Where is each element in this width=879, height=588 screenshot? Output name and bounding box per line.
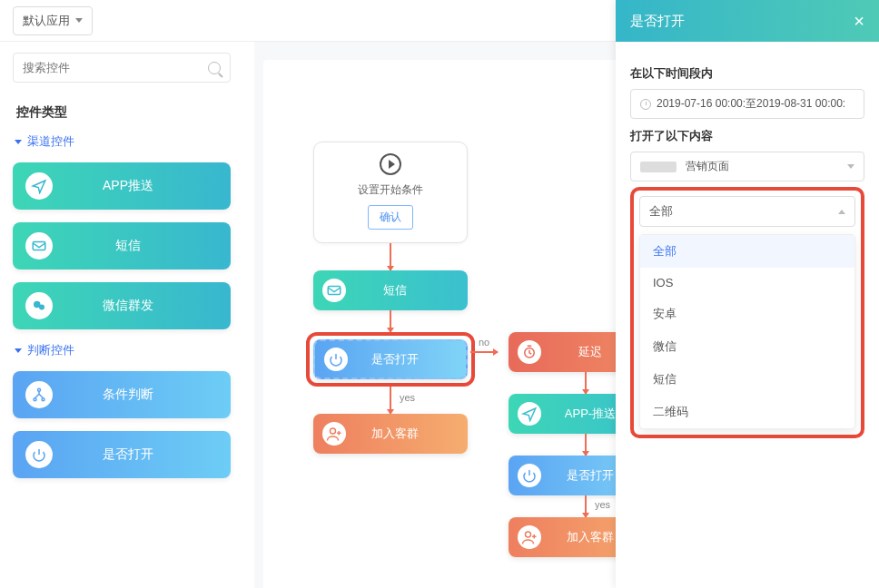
channel-dropdown-menu: 全部 IOS 安卓 微信 短信 二维码	[639, 234, 855, 429]
widget-sms[interactable]: 短信	[13, 222, 231, 270]
widget-label: 是否打开	[65, 446, 231, 463]
svg-point-2	[39, 305, 44, 310]
content-select[interactable]: 营销页面	[630, 152, 864, 181]
svg-rect-6	[328, 287, 341, 295]
dropdown-option[interactable]: IOS	[640, 268, 854, 298]
connector	[390, 243, 391, 270]
node-is-open[interactable]: 是否打开	[313, 339, 468, 379]
connector-yes: yes	[390, 387, 391, 414]
group-label: 渠道控件	[27, 133, 74, 150]
app-select-label: 默认应用	[23, 13, 70, 29]
dropdown-highlight: 全部 全部 IOS 安卓 微信 短信 二维码	[630, 187, 864, 438]
confirm-button[interactable]: 确认	[368, 205, 413, 230]
caret-up-icon	[838, 210, 845, 214]
panel-body: 在以下时间段内 2019-07-16 00:00:至2019-08-31 00:…	[616, 42, 879, 453]
chevron-down-icon	[15, 140, 22, 144]
power-icon	[518, 464, 541, 487]
user-add-icon	[518, 525, 541, 549]
edge-label-no: no	[476, 337, 492, 348]
dropdown-option[interactable]: 二维码	[640, 396, 854, 428]
redacted-icon	[640, 162, 677, 172]
clock-icon	[640, 99, 651, 110]
widget-label: 短信	[65, 238, 231, 254]
edge-label-yes: yes	[592, 499, 613, 510]
svg-point-7	[331, 428, 336, 434]
section-title: 控件类型	[16, 104, 231, 121]
panel-title: 是否打开	[630, 13, 685, 30]
widget-label: APP推送	[65, 178, 231, 194]
node-sms[interactable]: 短信	[313, 270, 468, 310]
group-condition[interactable]: 判断控件	[15, 342, 231, 358]
search-box[interactable]	[13, 53, 231, 83]
connector	[585, 372, 587, 394]
send-icon	[25, 172, 53, 200]
mail-icon	[25, 232, 53, 260]
search-icon	[208, 62, 221, 74]
connector-yes: yes	[585, 495, 587, 517]
dropdown-option[interactable]: 全部	[640, 235, 854, 268]
close-icon[interactable]: ×	[854, 12, 864, 30]
sidebar: 控件类型 渠道控件 APP推送 短信 微信群发 判断控件 条件判断	[13, 53, 231, 491]
play-icon	[380, 153, 401, 175]
connector	[585, 434, 587, 456]
svg-point-3	[38, 388, 41, 391]
content-label: 打开了以下内容	[630, 128, 864, 144]
dropdown-option[interactable]: 微信	[640, 330, 854, 363]
wechat-icon	[25, 292, 53, 319]
svg-point-4	[34, 398, 36, 401]
widget-wechat-mass[interactable]: 微信群发	[13, 282, 231, 329]
widget-condition[interactable]: 条件判断	[13, 371, 231, 418]
time-label: 在以下时间段内	[630, 65, 864, 82]
edge-label-yes: yes	[397, 392, 418, 403]
node-label: 短信	[355, 282, 468, 299]
channel-selected: 全部	[649, 203, 673, 220]
svg-point-9	[526, 532, 531, 537]
panel-header: 是否打开 ×	[616, 0, 879, 42]
node-label: 是否打开	[357, 351, 466, 368]
send-icon	[518, 402, 541, 426]
widget-app-push[interactable]: APP推送	[13, 162, 231, 210]
selected-highlight: 是否打开	[306, 332, 475, 387]
search-input[interactable]	[23, 61, 201, 74]
time-range-value: 2019-07-16 00:00:至2019-08-31 00:00:	[657, 96, 845, 112]
start-node[interactable]: 设置开始条件 确认	[313, 142, 468, 243]
connector-no: no	[470, 351, 498, 353]
chevron-down-icon	[15, 348, 22, 353]
caret-down-icon	[847, 164, 854, 169]
widget-label: 微信群发	[65, 298, 231, 314]
channel-select[interactable]: 全部	[639, 196, 855, 227]
svg-rect-0	[33, 242, 45, 250]
node-join-group[interactable]: 加入客群	[313, 414, 468, 454]
branch-icon	[25, 381, 53, 408]
user-add-icon	[322, 422, 346, 446]
dropdown-option[interactable]: 短信	[640, 363, 854, 396]
caret-down-icon	[75, 18, 83, 23]
dropdown-option[interactable]: 安卓	[640, 298, 854, 330]
connector	[390, 310, 391, 332]
detail-panel: 是否打开 × 在以下时间段内 2019-07-16 00:00:至2019-08…	[616, 0, 879, 588]
power-icon	[25, 441, 53, 468]
content-value: 营销页面	[686, 159, 729, 174]
app-select[interactable]: 默认应用	[13, 6, 93, 35]
node-label: 加入客群	[355, 426, 468, 442]
widget-is-open[interactable]: 是否打开	[13, 431, 231, 478]
power-icon	[324, 348, 348, 371]
timer-icon	[518, 340, 541, 364]
svg-point-5	[42, 398, 44, 401]
start-title: 设置开始条件	[314, 182, 467, 198]
group-channel[interactable]: 渠道控件	[15, 133, 231, 150]
widget-label: 条件判断	[65, 387, 231, 403]
mail-icon	[322, 279, 346, 302]
group-label: 判断控件	[27, 342, 74, 358]
time-range-select[interactable]: 2019-07-16 00:00:至2019-08-31 00:00:	[630, 89, 864, 119]
